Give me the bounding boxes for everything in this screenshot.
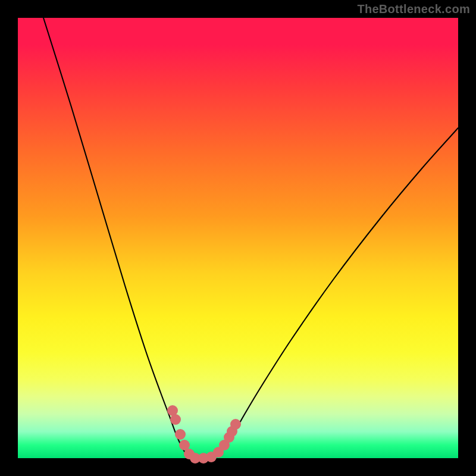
chart-plot-area <box>18 18 458 458</box>
outer-frame: TheBottleneck.com <box>0 0 476 476</box>
marker-dot <box>230 419 241 430</box>
marker-dot <box>170 414 181 425</box>
chart-svg <box>18 18 458 458</box>
curve-right-branch <box>196 128 458 458</box>
watermark-text: TheBottleneck.com <box>357 2 470 16</box>
marker-dot <box>175 429 186 440</box>
bottom-marker-group <box>167 405 241 464</box>
curve-left-branch <box>43 18 196 458</box>
